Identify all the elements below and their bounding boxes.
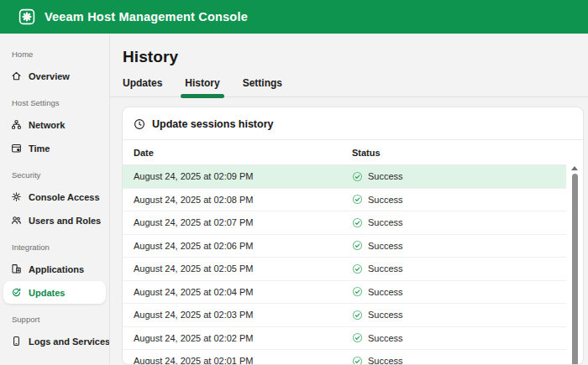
sidebar-item-label: Console Access — [29, 192, 100, 202]
clock-icon — [134, 118, 145, 130]
date-cell: August 24, 2025 at 02:05 PM — [134, 263, 352, 274]
network-icon — [11, 119, 22, 130]
applications-icon — [11, 263, 22, 274]
card-title: Update sessions history — [152, 118, 274, 130]
sidebar-item-label: Time — [29, 143, 50, 154]
status-cell: Success — [352, 286, 566, 297]
success-icon — [352, 310, 363, 321]
status-cell: Success — [352, 194, 566, 205]
app-window: Veeam Host Management Console HomeOvervi… — [0, 0, 588, 365]
users-icon — [11, 215, 22, 226]
sidebar-item-overview[interactable]: Overview — [3, 65, 106, 87]
status-text: Success — [368, 287, 403, 297]
sidebar-item-label: Users and Roles — [29, 216, 101, 226]
home-icon — [11, 70, 22, 81]
status-text: Success — [368, 263, 403, 274]
date-cell: August 24, 2025 at 02:07 PM — [134, 217, 352, 227]
success-icon — [352, 217, 363, 228]
scrollbar-thumb[interactable] — [572, 174, 578, 365]
success-icon — [352, 332, 363, 343]
status-cell: Success — [352, 240, 566, 251]
table-row[interactable]: August 24, 2025 at 02:03 PMSuccess — [123, 304, 566, 327]
table-row[interactable]: August 24, 2025 at 02:05 PMSuccess — [123, 258, 566, 281]
app-title: Veeam Host Management Console — [45, 10, 248, 23]
update-sessions-card: Update sessions history Date Status Augu… — [122, 107, 584, 365]
status-text: Success — [368, 171, 403, 181]
status-cell: Success — [352, 310, 566, 321]
table-row[interactable]: August 24, 2025 at 02:04 PMSuccess — [123, 281, 566, 305]
sidebar-item-applications[interactable]: Applications — [3, 258, 106, 280]
sidebar-item-time[interactable]: Time — [3, 137, 106, 159]
table-header-row: Date Status — [123, 140, 566, 165]
sidebar-section-label-security: Security — [12, 170, 109, 180]
status-cell: Success — [352, 217, 566, 228]
sidebar-item-label: Applications — [29, 264, 84, 274]
sidebar-item-label: Logs and Services — [29, 336, 110, 347]
status-cell: Success — [352, 332, 566, 343]
sidebar-item-label: Network — [29, 120, 65, 130]
table-row[interactable]: August 24, 2025 at 02:02 PMSuccess — [123, 327, 566, 351]
logs-icon — [11, 336, 22, 347]
date-cell: August 24, 2025 at 02:03 PM — [134, 310, 352, 320]
table-scrollbar[interactable] — [570, 164, 579, 365]
table-row[interactable]: August 24, 2025 at 02:01 PMSuccess — [123, 350, 566, 365]
table-row[interactable]: August 24, 2025 at 02:08 PMSuccess — [123, 189, 566, 212]
sidebar-item-users-and-roles[interactable]: Users and Roles — [3, 209, 106, 232]
status-cell: Success — [352, 263, 566, 274]
table-row[interactable]: August 24, 2025 at 02:07 PMSuccess — [123, 211, 566, 235]
status-cell: Success — [352, 356, 566, 365]
success-icon — [352, 194, 363, 205]
date-cell: August 24, 2025 at 02:01 PM — [134, 356, 352, 365]
status-text: Success — [368, 356, 403, 365]
column-header-status: Status — [352, 148, 566, 158]
date-cell: August 24, 2025 at 02:06 PM — [134, 241, 352, 251]
top-header-bar: Veeam Host Management Console — [0, 0, 588, 34]
date-cell: August 24, 2025 at 02:08 PM — [134, 195, 352, 205]
sidebar: HomeOverviewHost SettingsNetworkTimeSecu… — [0, 34, 110, 365]
tab-settings[interactable]: Settings — [243, 77, 282, 96]
column-header-date: Date — [134, 148, 352, 158]
time-icon — [11, 143, 22, 154]
sidebar-item-updates[interactable]: Updates — [3, 281, 106, 304]
success-icon — [352, 240, 363, 251]
scrollbar-up-arrow-icon[interactable] — [571, 166, 578, 170]
date-cell: August 24, 2025 at 02:04 PM — [134, 287, 352, 297]
success-icon — [352, 356, 363, 365]
status-text: Success — [368, 241, 403, 251]
status-text: Success — [368, 217, 403, 227]
status-cell: Success — [352, 171, 566, 182]
success-icon — [352, 171, 363, 182]
success-icon — [352, 286, 363, 297]
success-icon — [352, 263, 363, 274]
veeam-logo-icon — [18, 8, 35, 25]
sidebar-item-label: Overview — [29, 71, 70, 81]
sidebar-item-network[interactable]: Network — [3, 113, 106, 136]
sidebar-section-label-home: Home — [12, 50, 109, 59]
table-row[interactable]: August 24, 2025 at 02:06 PMSuccess — [123, 235, 566, 258]
main-content: History UpdatesHistorySettings Update se… — [110, 34, 588, 365]
status-text: Success — [368, 310, 403, 320]
status-text: Success — [368, 195, 403, 205]
status-text: Success — [368, 333, 403, 343]
sidebar-section-label-support: Support — [12, 315, 109, 324]
page-title: History — [123, 48, 588, 66]
date-cell: August 24, 2025 at 02:02 PM — [134, 333, 352, 343]
sidebar-item-logs-and-services[interactable]: Logs and Services — [3, 330, 106, 352]
date-cell: August 24, 2025 at 02:09 PM — [134, 171, 352, 181]
tab-bar: UpdatesHistorySettings — [110, 77, 588, 97]
sidebar-item-console-access[interactable]: Console Access — [3, 185, 106, 208]
sidebar-section-label-host-settings: Host Settings — [12, 98, 109, 107]
tab-updates[interactable]: Updates — [123, 77, 162, 96]
sidebar-item-label: Updates — [29, 288, 65, 298]
tab-history[interactable]: History — [185, 77, 219, 96]
sidebar-section-label-integration: Integration — [12, 242, 109, 252]
gear-icon — [11, 191, 22, 202]
updates-icon — [11, 287, 22, 298]
history-table: Date Status August 24, 2025 at 02:09 PMS… — [123, 140, 583, 365]
table-row[interactable]: August 24, 2025 at 02:09 PMSuccess — [123, 165, 566, 189]
